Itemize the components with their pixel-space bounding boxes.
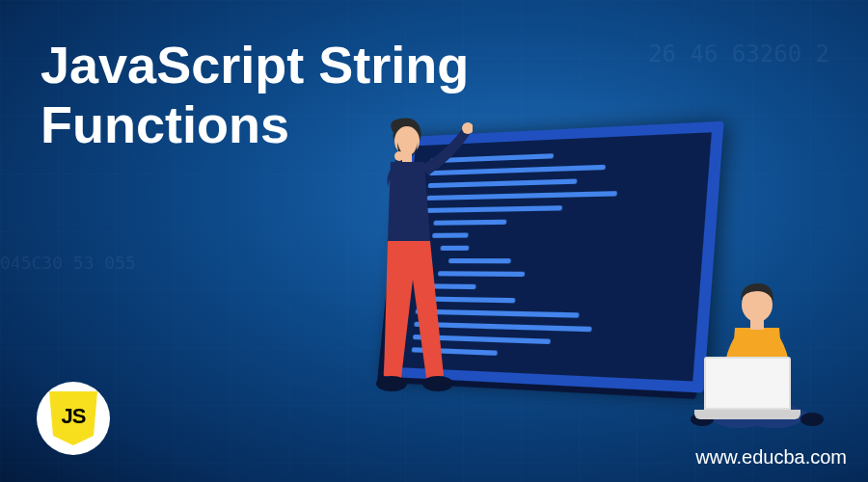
svg-point-7 — [800, 413, 824, 426]
svg-point-5 — [422, 376, 453, 391]
illustration-scene — [289, 116, 829, 463]
standing-person-illustration — [347, 116, 473, 424]
logo-text: JS — [62, 404, 86, 429]
bg-code-decoration: 01 10 110 — [135, 193, 219, 214]
svg-point-3 — [394, 151, 404, 161]
website-url: www.educba.com — [695, 446, 847, 469]
sitting-person-illustration — [665, 260, 839, 453]
svg-point-4 — [376, 376, 407, 391]
laptop-illustration — [694, 357, 800, 424]
person-standing-icon — [347, 116, 473, 424]
title-line-1: JavaScript String — [41, 36, 469, 94]
javascript-shield-icon: JS — [49, 391, 97, 445]
title-line-2: Functions — [41, 95, 289, 153]
bg-code-decoration: 26 46 63260 2 — [648, 39, 829, 71]
javascript-logo-badge: JS — [37, 382, 110, 455]
bg-code-decoration: 045C30 53 055 — [0, 251, 136, 275]
laptop-base — [694, 410, 800, 419]
laptop-screen — [704, 357, 791, 410]
